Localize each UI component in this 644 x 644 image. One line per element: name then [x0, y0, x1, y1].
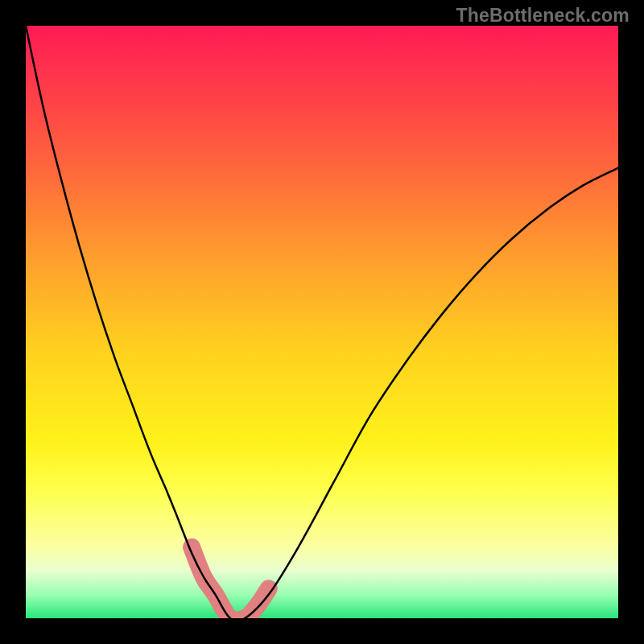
- watermark-text: TheBottleneck.com: [456, 5, 630, 27]
- chart-frame: TheBottleneck.com: [0, 0, 644, 644]
- main-curve: [26, 26, 618, 618]
- plot-group: [26, 26, 618, 618]
- chart-plot-area: [26, 26, 618, 618]
- chart-svg: [26, 26, 618, 618]
